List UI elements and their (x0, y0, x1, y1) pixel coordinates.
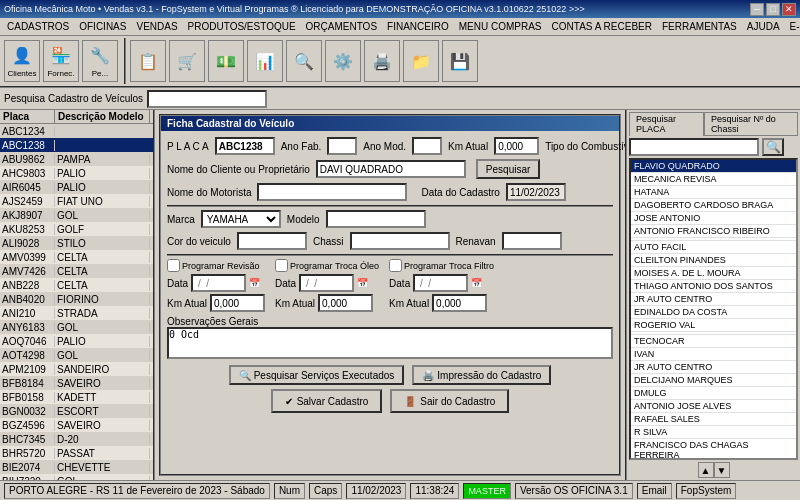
toolbar-action-3[interactable]: 💵 (208, 40, 244, 82)
proprietario-input[interactable] (316, 160, 466, 178)
pesquisar-btn[interactable]: Pesquisar (476, 159, 540, 179)
list-item[interactable]: ABC1234 (0, 124, 153, 138)
client-list-item[interactable]: THIAGO ANTONIO DOS SANTOS (631, 280, 796, 293)
toolbar-fornec[interactable]: 🏪 Fornec. (43, 40, 79, 82)
list-item[interactable]: ABC1238 (0, 138, 153, 152)
revisao-km-input[interactable] (210, 294, 265, 312)
revisao-cal-icon[interactable]: 📅 (249, 278, 260, 288)
toolbar-action-9[interactable]: 💾 (442, 40, 478, 82)
client-list-item[interactable]: ANTONIO FRANCISCO RIBEIRO (631, 225, 796, 238)
impressao-btn[interactable]: 🖨️ Impressão do Cadastro (412, 365, 551, 385)
oleo-cal-icon[interactable]: 📅 (357, 278, 368, 288)
client-list-item[interactable]: HATANA (631, 186, 796, 199)
list-item[interactable]: ANY6183GOL (0, 320, 153, 334)
client-list-item[interactable]: JR AUTO CENTRO (631, 293, 796, 306)
menu-item-financeiro[interactable]: FINANCEIRO (382, 20, 454, 33)
client-list-item[interactable]: ROGERIO VAL (631, 319, 796, 332)
toolbar-action-4[interactable]: 📊 (247, 40, 283, 82)
client-list[interactable]: FLAVIO QUADRADOMECANICA REVISAHATANADAGO… (629, 158, 798, 460)
menu-item-vendas[interactable]: VENDAS (131, 20, 182, 33)
toolbar-clientes[interactable]: 👤 Clientes (4, 40, 40, 82)
list-item[interactable]: AMV0399CELTA (0, 250, 153, 264)
client-list-item[interactable]: R SILVA (631, 426, 796, 439)
client-list-item[interactable]: FRANCISCO DAS CHAGAS FERREIRA (631, 439, 796, 460)
client-list-item[interactable]: DAGOBERTO CARDOSO BRAGA (631, 199, 796, 212)
maximize-btn[interactable]: □ (766, 3, 780, 16)
list-item[interactable]: AMV7426CELTA (0, 264, 153, 278)
filtro-checkbox[interactable] (389, 259, 402, 272)
list-item[interactable]: AKJ8907GOL (0, 208, 153, 222)
revisao-checkbox[interactable] (167, 259, 180, 272)
toolbar-action-8[interactable]: 📁 (403, 40, 439, 82)
right-search-btn[interactable]: 🔍 (762, 138, 784, 156)
toolbar-action-5[interactable]: 🔍 (286, 40, 322, 82)
list-item[interactable]: BIE2074CHEVETTE (0, 460, 153, 474)
list-item[interactable]: ALI9028STILO (0, 236, 153, 250)
client-list-item[interactable]: IVAN (631, 348, 796, 361)
placa-input[interactable] (215, 137, 275, 155)
client-list-item[interactable]: EDINALDO DA COSTA (631, 306, 796, 319)
filtro-data-input[interactable] (413, 274, 468, 292)
client-list-item[interactable]: AUTO FACIL (631, 241, 796, 254)
menu-item-cadastros[interactable]: CADASTROS (2, 20, 74, 33)
filtro-cal-icon[interactable]: 📅 (471, 278, 482, 288)
cor-input[interactable] (237, 232, 307, 250)
list-item[interactable]: ABU9862PAMPA (0, 152, 153, 166)
list-item[interactable]: BHC7345D-20 (0, 432, 153, 446)
client-list-item[interactable]: DELCIJANO MARQUES (631, 374, 796, 387)
pesquisar-servicos-btn[interactable]: 🔍 Pesquisar Serviços Executados (229, 365, 405, 385)
list-item[interactable]: AHC9803PALIO (0, 166, 153, 180)
client-list-item[interactable]: DMULG (631, 387, 796, 400)
menu-item-ferramentas[interactable]: FERRAMENTAS (657, 20, 742, 33)
client-list-item[interactable]: TECNOCAR (631, 335, 796, 348)
client-list-item[interactable]: JR AUTO CENTRO (631, 361, 796, 374)
list-item[interactable]: BHR5720PASSAT (0, 446, 153, 460)
menu-item-or-amentos[interactable]: ORÇAMENTOS (301, 20, 383, 33)
menu-item-ajuda[interactable]: AJUDA (742, 20, 785, 33)
menu-item-produtos-estoque[interactable]: PRODUTOS/ESTOQUE (183, 20, 301, 33)
client-list-item[interactable]: JOSE ANTONIO (631, 212, 796, 225)
list-item[interactable]: APM2109SANDEIRO (0, 362, 153, 376)
filtro-km-input[interactable] (432, 294, 487, 312)
list-item[interactable]: BGN0032ESCORT (0, 404, 153, 418)
close-btn[interactable]: ✕ (782, 3, 796, 16)
toolbar-pe[interactable]: 🔧 Pe... (82, 40, 118, 82)
toolbar-action-7[interactable]: 🖨️ (364, 40, 400, 82)
kmAtual-input[interactable] (494, 137, 539, 155)
list-item[interactable]: AIR6045PALIO (0, 180, 153, 194)
modelo-input[interactable] (326, 210, 426, 228)
status-email[interactable]: Email (637, 483, 672, 499)
list-item[interactable]: BFB0158KADETT (0, 390, 153, 404)
renavan-input[interactable] (502, 232, 562, 250)
client-list-item[interactable]: FLAVIO QUADRADO (631, 160, 796, 173)
list-item[interactable]: AOT4298GOL (0, 348, 153, 362)
menu-item-e-mail[interactable]: E-MAIL (785, 20, 800, 33)
list-item[interactable]: ANB4020FIORINO (0, 292, 153, 306)
toolbar-action-2[interactable]: 🛒 (169, 40, 205, 82)
marca-select[interactable]: YAMAHA (201, 210, 281, 228)
tab-pesquisar-chassi[interactable]: Pesquisar Nº do Chassi (704, 112, 798, 136)
menu-item-contas-a-receber[interactable]: CONTAS A RECEBER (547, 20, 657, 33)
salvar-btn[interactable]: ✔ Salvar Cadastro (271, 389, 383, 413)
list-item[interactable]: ANI210STRADA (0, 306, 153, 320)
list-item[interactable]: BGZ4596SAVEIRO (0, 418, 153, 432)
revisao-data-input[interactable] (191, 274, 246, 292)
list-item[interactable]: BFB8184SAVEIRO (0, 376, 153, 390)
right-search-input[interactable] (629, 138, 759, 156)
client-list-item[interactable]: MECANICA REVISA (631, 173, 796, 186)
motorista-input[interactable] (257, 183, 407, 201)
nav-up-btn[interactable]: ▲ (698, 462, 714, 478)
oleo-data-input[interactable] (299, 274, 354, 292)
window-controls[interactable]: ─ □ ✕ (750, 3, 796, 16)
list-item[interactable]: AKU8253GOLF (0, 222, 153, 236)
list-item[interactable]: AJS2459FIAT UNO (0, 194, 153, 208)
client-list-item[interactable]: CLEILTON PINANDES (631, 254, 796, 267)
sair-btn[interactable]: 🚪 Sair do Cadastro (390, 389, 509, 413)
minimize-btn[interactable]: ─ (750, 3, 764, 16)
toolbar-action-6[interactable]: ⚙️ (325, 40, 361, 82)
tab-pesquisar-placa[interactable]: Pesquisar PLACA (629, 112, 704, 136)
client-list-item[interactable]: MOISES A. DE L. MOURA (631, 267, 796, 280)
list-item[interactable]: AOQ7046PALIO (0, 334, 153, 348)
list-item[interactable]: ANB228CELTA (0, 278, 153, 292)
client-list-item[interactable]: RAFAEL SALES (631, 413, 796, 426)
